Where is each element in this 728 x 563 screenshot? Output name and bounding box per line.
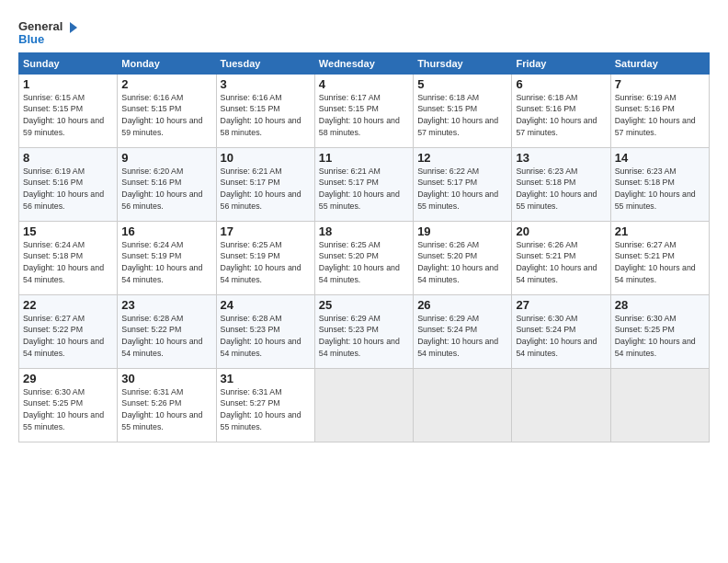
day-info: Sunrise: 6:30 AMSunset: 5:24 PMDaylight:…: [516, 313, 606, 360]
day-number: 10: [221, 151, 311, 165]
calendar-cell: [314, 368, 413, 442]
day-number: 12: [417, 151, 507, 165]
calendar-cell: 4Sunrise: 6:17 AMSunset: 5:15 PMDaylight…: [314, 74, 413, 147]
day-info: Sunrise: 6:30 AMSunset: 5:25 PMDaylight:…: [23, 386, 113, 433]
calendar-cell: 30Sunrise: 6:31 AMSunset: 5:26 PMDayligh…: [118, 368, 216, 442]
day-number: 2: [121, 77, 211, 91]
day-number: 24: [221, 298, 311, 312]
calendar-cell: 10Sunrise: 6:21 AMSunset: 5:17 PMDayligh…: [216, 147, 314, 221]
calendar-cell: 15Sunrise: 6:24 AMSunset: 5:18 PMDayligh…: [19, 221, 118, 294]
weekday-header-monday: Monday: [118, 52, 216, 74]
day-info: Sunrise: 6:23 AMSunset: 5:18 PMDaylight:…: [516, 166, 606, 213]
calendar-cell: 20Sunrise: 6:26 AMSunset: 5:21 PMDayligh…: [512, 221, 610, 294]
calendar-cell: 3Sunrise: 6:16 AMSunset: 5:15 PMDaylight…: [216, 74, 314, 147]
day-info: Sunrise: 6:31 AMSunset: 5:26 PMDaylight:…: [121, 386, 211, 433]
calendar-cell: 8Sunrise: 6:19 AMSunset: 5:16 PMDaylight…: [19, 147, 118, 221]
day-info: Sunrise: 6:18 AMSunset: 5:15 PMDaylight:…: [417, 92, 507, 139]
day-info: Sunrise: 6:30 AMSunset: 5:25 PMDaylight:…: [615, 313, 705, 360]
day-info: Sunrise: 6:25 AMSunset: 5:20 PMDaylight:…: [319, 239, 409, 286]
calendar-cell: 7Sunrise: 6:19 AMSunset: 5:16 PMDaylight…: [610, 74, 709, 147]
day-info: Sunrise: 6:29 AMSunset: 5:23 PMDaylight:…: [319, 313, 409, 360]
calendar-cell: 25Sunrise: 6:29 AMSunset: 5:23 PMDayligh…: [314, 294, 413, 368]
calendar-cell: [414, 368, 512, 442]
calendar-cell: 6Sunrise: 6:18 AMSunset: 5:16 PMDaylight…: [512, 74, 610, 147]
calendar-week-2: 8Sunrise: 6:19 AMSunset: 5:16 PMDaylight…: [19, 147, 710, 221]
calendar-cell: 18Sunrise: 6:25 AMSunset: 5:20 PMDayligh…: [314, 221, 413, 294]
calendar-cell: 13Sunrise: 6:23 AMSunset: 5:18 PMDayligh…: [512, 147, 610, 221]
calendar-cell: 19Sunrise: 6:26 AMSunset: 5:20 PMDayligh…: [414, 221, 512, 294]
calendar-cell: 12Sunrise: 6:22 AMSunset: 5:17 PMDayligh…: [414, 147, 512, 221]
day-number: 20: [516, 224, 606, 238]
day-number: 6: [516, 77, 606, 91]
calendar-cell: 16Sunrise: 6:24 AMSunset: 5:19 PMDayligh…: [118, 221, 216, 294]
day-info: Sunrise: 6:29 AMSunset: 5:24 PMDaylight:…: [417, 313, 507, 360]
weekday-header-saturday: Saturday: [610, 52, 709, 74]
day-number: 25: [319, 298, 409, 312]
day-number: 23: [121, 298, 211, 312]
day-info: Sunrise: 6:21 AMSunset: 5:17 PMDaylight:…: [319, 166, 409, 213]
day-number: 31: [221, 372, 311, 385]
day-number: 17: [221, 224, 311, 238]
weekday-header-wednesday: Wednesday: [314, 52, 413, 74]
svg-marker-0: [70, 22, 77, 33]
day-info: Sunrise: 6:19 AMSunset: 5:16 PMDaylight:…: [615, 92, 705, 139]
day-number: 3: [221, 77, 311, 91]
day-info: Sunrise: 6:21 AMSunset: 5:17 PMDaylight:…: [221, 166, 311, 213]
day-info: Sunrise: 6:19 AMSunset: 5:16 PMDaylight:…: [23, 166, 113, 213]
calendar-cell: 11Sunrise: 6:21 AMSunset: 5:17 PMDayligh…: [314, 147, 413, 221]
day-number: 26: [417, 298, 507, 312]
calendar-cell: 31Sunrise: 6:31 AMSunset: 5:27 PMDayligh…: [216, 368, 314, 442]
calendar-cell: 27Sunrise: 6:30 AMSunset: 5:24 PMDayligh…: [512, 294, 610, 368]
day-info: Sunrise: 6:31 AMSunset: 5:27 PMDaylight:…: [221, 386, 311, 433]
calendar-week-1: 1Sunrise: 6:15 AMSunset: 5:15 PMDaylight…: [19, 74, 710, 147]
calendar-cell: 22Sunrise: 6:27 AMSunset: 5:22 PMDayligh…: [19, 294, 118, 368]
calendar-cell: 21Sunrise: 6:27 AMSunset: 5:21 PMDayligh…: [610, 221, 709, 294]
calendar-cell: [512, 368, 610, 442]
day-number: 9: [121, 151, 211, 165]
calendar-cell: 17Sunrise: 6:25 AMSunset: 5:19 PMDayligh…: [216, 221, 314, 294]
day-number: 14: [615, 151, 705, 165]
day-info: Sunrise: 6:25 AMSunset: 5:19 PMDaylight:…: [221, 239, 311, 286]
day-number: 16: [121, 224, 211, 238]
day-info: Sunrise: 6:24 AMSunset: 5:18 PMDaylight:…: [23, 239, 113, 286]
day-number: 5: [417, 77, 507, 91]
calendar-cell: 28Sunrise: 6:30 AMSunset: 5:25 PMDayligh…: [610, 294, 709, 368]
weekday-header-thursday: Thursday: [414, 52, 512, 74]
calendar-cell: 5Sunrise: 6:18 AMSunset: 5:15 PMDaylight…: [414, 74, 512, 147]
calendar-week-3: 15Sunrise: 6:24 AMSunset: 5:18 PMDayligh…: [19, 221, 710, 294]
page: General Blue SundayMondayTuesdayWednesda…: [0, 0, 728, 452]
calendar-week-5: 29Sunrise: 6:30 AMSunset: 5:25 PMDayligh…: [19, 368, 710, 442]
day-info: Sunrise: 6:17 AMSunset: 5:15 PMDaylight:…: [319, 92, 409, 139]
day-number: 11: [319, 151, 409, 165]
day-number: 15: [23, 224, 113, 238]
day-number: 19: [417, 224, 507, 238]
day-info: Sunrise: 6:26 AMSunset: 5:20 PMDaylight:…: [417, 239, 507, 286]
day-number: 29: [23, 372, 113, 385]
day-info: Sunrise: 6:20 AMSunset: 5:16 PMDaylight:…: [121, 166, 211, 213]
weekday-header-tuesday: Tuesday: [216, 52, 314, 74]
calendar-cell: 14Sunrise: 6:23 AMSunset: 5:18 PMDayligh…: [610, 147, 709, 221]
calendar-week-4: 22Sunrise: 6:27 AMSunset: 5:22 PMDayligh…: [19, 294, 710, 368]
day-number: 30: [121, 372, 211, 385]
day-info: Sunrise: 6:23 AMSunset: 5:18 PMDaylight:…: [615, 166, 705, 213]
day-number: 13: [516, 151, 606, 165]
day-info: Sunrise: 6:16 AMSunset: 5:15 PMDaylight:…: [121, 92, 211, 139]
calendar-cell: 29Sunrise: 6:30 AMSunset: 5:25 PMDayligh…: [19, 368, 118, 442]
day-number: 22: [23, 298, 113, 312]
calendar-table: SundayMondayTuesdayWednesdayThursdayFrid…: [18, 52, 710, 442]
day-info: Sunrise: 6:26 AMSunset: 5:21 PMDaylight:…: [516, 239, 606, 286]
calendar-cell: 1Sunrise: 6:15 AMSunset: 5:15 PMDaylight…: [19, 74, 118, 147]
day-number: 27: [516, 298, 606, 312]
day-info: Sunrise: 6:18 AMSunset: 5:16 PMDaylight:…: [516, 92, 606, 139]
weekday-header-friday: Friday: [512, 52, 610, 74]
day-number: 28: [615, 298, 705, 312]
calendar-cell: 23Sunrise: 6:28 AMSunset: 5:22 PMDayligh…: [118, 294, 216, 368]
day-number: 18: [319, 224, 409, 238]
calendar-cell: 9Sunrise: 6:20 AMSunset: 5:16 PMDaylight…: [118, 147, 216, 221]
day-number: 4: [319, 77, 409, 91]
day-number: 7: [615, 77, 705, 91]
logo: General Blue: [18, 20, 66, 47]
day-info: Sunrise: 6:24 AMSunset: 5:19 PMDaylight:…: [121, 239, 211, 286]
weekday-header-sunday: Sunday: [19, 52, 118, 74]
day-number: 8: [23, 151, 113, 165]
